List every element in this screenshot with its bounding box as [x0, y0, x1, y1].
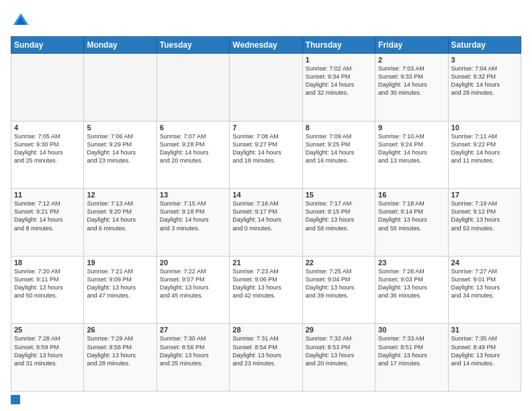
- day-info: Sunrise: 7:33 AM Sunset: 8:51 PM Dayligh…: [378, 334, 445, 367]
- header-cell-tuesday: Tuesday: [157, 37, 229, 54]
- day-cell: 15Sunrise: 7:17 AM Sunset: 9:15 PM Dayli…: [302, 189, 375, 257]
- day-info: Sunrise: 7:13 AM Sunset: 9:20 PM Dayligh…: [87, 199, 153, 232]
- day-cell: 28Sunrise: 7:31 AM Sunset: 8:54 PM Dayli…: [230, 324, 302, 392]
- day-number: 20: [160, 259, 226, 267]
- day-number: 16: [378, 191, 445, 199]
- day-number: 11: [14, 191, 81, 199]
- day-number: 15: [306, 191, 372, 199]
- day-cell: 31Sunrise: 7:35 AM Sunset: 8:49 PM Dayli…: [448, 324, 521, 392]
- calendar-table: SundayMondayTuesdayWednesdayThursdayFrid…: [11, 36, 521, 392]
- header-row: SundayMondayTuesdayWednesdayThursdayFrid…: [11, 37, 521, 54]
- day-cell: 17Sunrise: 7:19 AM Sunset: 9:12 PM Dayli…: [448, 189, 521, 257]
- day-number: 5: [87, 124, 153, 132]
- day-info: Sunrise: 7:17 AM Sunset: 9:15 PM Dayligh…: [306, 199, 372, 232]
- day-number: 10: [451, 124, 518, 132]
- day-cell: [11, 54, 84, 122]
- day-cell: 30Sunrise: 7:33 AM Sunset: 8:51 PM Dayli…: [375, 324, 448, 392]
- day-number: 3: [451, 56, 518, 64]
- day-cell: 10Sunrise: 7:11 AM Sunset: 9:22 PM Dayli…: [448, 121, 521, 189]
- day-cell: 26Sunrise: 7:29 AM Sunset: 8:58 PM Dayli…: [84, 324, 157, 392]
- day-cell: 27Sunrise: 7:30 AM Sunset: 8:56 PM Dayli…: [157, 324, 229, 392]
- week-row-1: 4Sunrise: 7:05 AM Sunset: 9:30 PM Daylig…: [11, 121, 521, 189]
- day-info: Sunrise: 7:04 AM Sunset: 9:32 PM Dayligh…: [451, 64, 518, 97]
- day-number: 1: [306, 56, 372, 64]
- week-row-0: 1Sunrise: 7:02 AM Sunset: 9:34 PM Daylig…: [11, 54, 521, 122]
- day-info: Sunrise: 7:32 AM Sunset: 8:53 PM Dayligh…: [306, 334, 372, 367]
- day-cell: 7Sunrise: 7:08 AM Sunset: 9:27 PM Daylig…: [230, 121, 302, 189]
- day-number: 8: [306, 124, 372, 132]
- logo: [11, 11, 34, 31]
- day-info: Sunrise: 7:27 AM Sunset: 9:01 PM Dayligh…: [451, 267, 518, 300]
- header-cell-monday: Monday: [84, 37, 157, 54]
- day-number: 17: [451, 191, 518, 199]
- day-info: Sunrise: 7:16 AM Sunset: 9:17 PM Dayligh…: [232, 199, 299, 232]
- day-number: 18: [14, 259, 81, 267]
- week-row-3: 18Sunrise: 7:20 AM Sunset: 9:11 PM Dayli…: [11, 256, 521, 324]
- day-info: Sunrise: 7:30 AM Sunset: 8:56 PM Dayligh…: [160, 334, 226, 367]
- day-info: Sunrise: 7:05 AM Sunset: 9:30 PM Dayligh…: [14, 132, 81, 165]
- header: [11, 11, 521, 31]
- week-row-4: 25Sunrise: 7:28 AM Sunset: 8:59 PM Dayli…: [11, 324, 521, 392]
- day-info: Sunrise: 7:35 AM Sunset: 8:49 PM Dayligh…: [451, 334, 518, 367]
- day-number: 24: [451, 259, 518, 267]
- day-info: Sunrise: 7:21 AM Sunset: 9:09 PM Dayligh…: [87, 267, 153, 300]
- day-number: 6: [160, 124, 226, 132]
- day-cell: 23Sunrise: 7:26 AM Sunset: 9:03 PM Dayli…: [375, 256, 448, 324]
- day-number: 2: [378, 56, 445, 64]
- day-info: Sunrise: 7:06 AM Sunset: 9:29 PM Dayligh…: [87, 132, 153, 165]
- day-cell: 29Sunrise: 7:32 AM Sunset: 8:53 PM Dayli…: [302, 324, 375, 392]
- day-cell: 25Sunrise: 7:28 AM Sunset: 8:59 PM Dayli…: [11, 324, 84, 392]
- header-cell-thursday: Thursday: [302, 37, 375, 54]
- day-info: Sunrise: 7:10 AM Sunset: 9:24 PM Dayligh…: [378, 132, 445, 165]
- day-number: 21: [232, 259, 299, 267]
- day-cell: 4Sunrise: 7:05 AM Sunset: 9:30 PM Daylig…: [11, 121, 84, 189]
- day-cell: 14Sunrise: 7:16 AM Sunset: 9:17 PM Dayli…: [230, 189, 302, 257]
- day-number: 30: [378, 326, 445, 334]
- day-cell: 8Sunrise: 7:09 AM Sunset: 9:25 PM Daylig…: [302, 121, 375, 189]
- day-info: Sunrise: 7:03 AM Sunset: 9:33 PM Dayligh…: [378, 64, 445, 97]
- day-info: Sunrise: 7:28 AM Sunset: 8:59 PM Dayligh…: [14, 334, 81, 367]
- day-cell: 2Sunrise: 7:03 AM Sunset: 9:33 PM Daylig…: [375, 54, 448, 122]
- day-number: 4: [14, 124, 81, 132]
- day-cell: [84, 54, 157, 122]
- header-cell-wednesday: Wednesday: [230, 37, 302, 54]
- day-info: Sunrise: 7:25 AM Sunset: 9:04 PM Dayligh…: [306, 267, 372, 300]
- day-info: Sunrise: 7:02 AM Sunset: 9:34 PM Dayligh…: [306, 64, 372, 97]
- day-cell: [157, 54, 229, 122]
- day-number: 27: [160, 326, 226, 334]
- day-cell: 20Sunrise: 7:22 AM Sunset: 9:07 PM Dayli…: [157, 256, 229, 324]
- logo-icon: [11, 11, 31, 31]
- header-cell-friday: Friday: [375, 37, 448, 54]
- day-number: 31: [451, 326, 518, 334]
- legend-color-box: [11, 395, 20, 404]
- day-number: 12: [87, 191, 153, 199]
- day-info: Sunrise: 7:22 AM Sunset: 9:07 PM Dayligh…: [160, 267, 226, 300]
- legend: [11, 395, 521, 404]
- day-cell: 3Sunrise: 7:04 AM Sunset: 9:32 PM Daylig…: [448, 54, 521, 122]
- day-info: Sunrise: 7:09 AM Sunset: 9:25 PM Dayligh…: [306, 132, 372, 165]
- day-cell: 19Sunrise: 7:21 AM Sunset: 9:09 PM Dayli…: [84, 256, 157, 324]
- day-number: 22: [306, 259, 372, 267]
- day-cell: 16Sunrise: 7:18 AM Sunset: 9:14 PM Dayli…: [375, 189, 448, 257]
- day-info: Sunrise: 7:19 AM Sunset: 9:12 PM Dayligh…: [451, 199, 518, 232]
- day-cell: 12Sunrise: 7:13 AM Sunset: 9:20 PM Dayli…: [84, 189, 157, 257]
- day-info: Sunrise: 7:15 AM Sunset: 9:18 PM Dayligh…: [160, 199, 226, 232]
- day-info: Sunrise: 7:07 AM Sunset: 9:28 PM Dayligh…: [160, 132, 226, 165]
- day-number: 25: [14, 326, 81, 334]
- day-cell: 13Sunrise: 7:15 AM Sunset: 9:18 PM Dayli…: [157, 189, 229, 257]
- day-number: 13: [160, 191, 226, 199]
- calendar-header: SundayMondayTuesdayWednesdayThursdayFrid…: [11, 37, 521, 54]
- day-cell: 6Sunrise: 7:07 AM Sunset: 9:28 PM Daylig…: [157, 121, 229, 189]
- day-number: 28: [232, 326, 299, 334]
- day-number: 9: [378, 124, 445, 132]
- day-info: Sunrise: 7:18 AM Sunset: 9:14 PM Dayligh…: [378, 199, 445, 232]
- header-cell-saturday: Saturday: [448, 37, 521, 54]
- day-number: 14: [232, 191, 299, 199]
- week-row-2: 11Sunrise: 7:12 AM Sunset: 9:21 PM Dayli…: [11, 189, 521, 257]
- day-info: Sunrise: 7:11 AM Sunset: 9:22 PM Dayligh…: [451, 132, 518, 165]
- page: SundayMondayTuesdayWednesdayThursdayFrid…: [0, 0, 532, 411]
- day-number: 23: [378, 259, 445, 267]
- day-cell: 24Sunrise: 7:27 AM Sunset: 9:01 PM Dayli…: [448, 256, 521, 324]
- header-cell-sunday: Sunday: [11, 37, 84, 54]
- day-cell: 22Sunrise: 7:25 AM Sunset: 9:04 PM Dayli…: [302, 256, 375, 324]
